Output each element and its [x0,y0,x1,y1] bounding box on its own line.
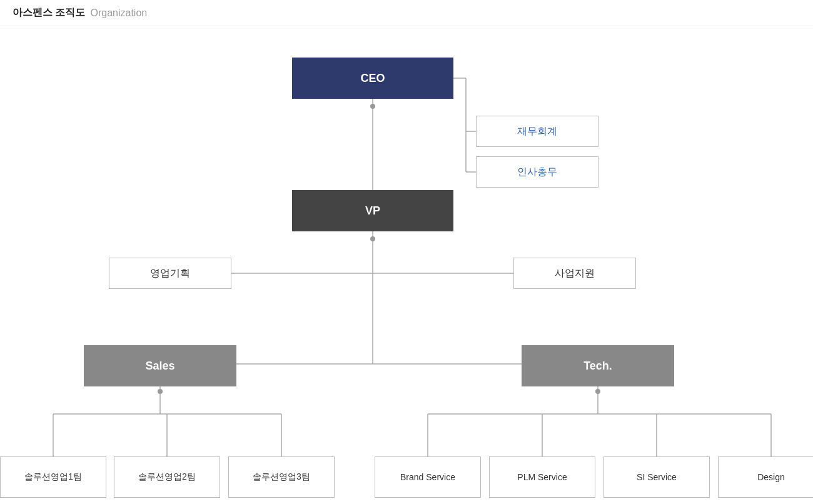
plm-node: PLM Service [489,456,595,498]
brand-node: Brand Service [375,456,481,498]
tech-node: Tech. [522,345,674,386]
ceo-node: CEO [292,58,453,99]
page-title-korean: 아스펜스 조직도 [13,6,85,19]
page-header: 아스펜스 조직도 Organization [0,0,813,26]
vp-dot [370,236,375,241]
si-node: SI Service [603,456,710,498]
tech-dot [595,389,600,394]
design-node: Design [718,456,813,498]
page-title-english: Organization [90,8,147,19]
insa-node: 인사총무 [476,156,598,188]
jaemu-node: 재무회계 [476,116,598,147]
ceo-dot [370,104,375,109]
sales-node: Sales [84,345,236,386]
org-chart: CEO 재무회계 인사총무 VP 영업기획 사업지원 Sales Tech. 솔… [0,26,813,501]
vp-node: VP [292,190,453,231]
yeongup-node: 영업기획 [109,258,231,289]
sol2-node: 솔루션영업2팀 [114,456,220,498]
sol1-node: 솔루션영업1팀 [0,456,106,498]
saup-node: 사업지원 [513,258,636,289]
sol3-node: 솔루션영업3팀 [228,456,335,498]
sales-dot [158,389,163,394]
